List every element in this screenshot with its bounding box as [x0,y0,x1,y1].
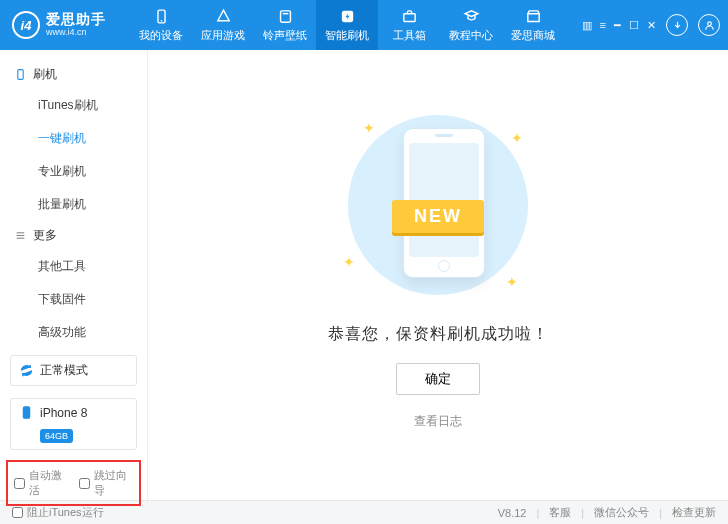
footer-update[interactable]: 检查更新 [672,505,716,520]
account-button[interactable] [698,14,720,36]
nav-smart-flash[interactable]: 智能刷机 [316,0,378,50]
device-mode-box[interactable]: 正常模式 [10,355,137,386]
flash-icon [339,8,356,25]
sidebar-item-oneclick-flash[interactable]: 一键刷机 [0,122,147,155]
device-info-box[interactable]: iPhone 8 64GB [10,398,137,450]
nav-shop[interactable]: 爱思商城 [502,0,564,50]
svg-point-6 [707,21,711,25]
block-itunes-checkbox[interactable]: 阻止iTunes运行 [12,505,104,520]
ok-button[interactable]: 确定 [396,363,480,395]
sidebar-item-other-tools[interactable]: 其他工具 [0,250,147,283]
nav-my-devices[interactable]: 我的设备 [130,0,192,50]
close-icon[interactable]: ✕ [647,19,656,32]
auto-activate-input[interactable] [14,478,25,489]
bottom-options-highlighted: 自动激活 跳过向导 [6,460,141,506]
list-icon [14,229,27,242]
block-itunes-input[interactable] [12,507,23,518]
window-controls: ▥ ≡ ━ ☐ ✕ [582,19,656,32]
footer-wechat[interactable]: 微信公众号 [594,505,649,520]
svg-rect-7 [18,70,23,80]
main-content: ✦ ✦ ✦ ✦ NEW 恭喜您，保资料刷机成功啦！ 确定 查看日志 [148,50,728,500]
sidebar-item-batch-flash[interactable]: 批量刷机 [0,188,147,221]
theme-icon[interactable]: ▥ [582,19,592,32]
tutorial-icon [463,8,480,25]
header-right: ▥ ≡ ━ ☐ ✕ [582,14,720,36]
nav-rings-wallpapers[interactable]: 铃声壁纸 [254,0,316,50]
note-icon [277,8,294,25]
device-name: iPhone 8 [40,406,87,420]
skip-wizard-checkbox[interactable]: 跳过向导 [79,468,134,498]
auto-activate-checkbox[interactable]: 自动激活 [14,468,69,498]
menu-icon[interactable]: ≡ [600,19,606,32]
new-ribbon: NEW [392,200,484,233]
brand-name: 爱思助手 [46,12,106,27]
view-log-link[interactable]: 查看日志 [414,413,462,430]
download-button[interactable] [666,14,688,36]
minimize-icon[interactable]: ━ [614,19,621,32]
capacity-badge: 64GB [40,429,73,443]
sidebar-item-itunes-flash[interactable]: iTunes刷机 [0,89,147,122]
skip-wizard-input[interactable] [79,478,90,489]
apps-icon [215,8,232,25]
site-url: www.i4.cn [46,28,106,38]
maximize-icon[interactable]: ☐ [629,19,639,32]
nav-tutorial[interactable]: 教程中心 [440,0,502,50]
sidebar-group-more: 更多 [0,221,147,250]
sidebar-item-download-firmware[interactable]: 下载固件 [0,283,147,316]
download-icon [672,20,683,31]
sidebar-item-advanced[interactable]: 高级功能 [0,316,147,349]
nav-apps-games[interactable]: 应用游戏 [192,0,254,50]
logo-icon: i4 [12,11,40,39]
header-bar: i4 爱思助手 www.i4.cn 我的设备 应用游戏 铃声壁纸 智能刷机 工具… [0,0,728,50]
sidebar-group-flash: 刷机 [0,60,147,89]
refresh-icon [19,363,34,378]
sidebar-item-pro-flash[interactable]: 专业刷机 [0,155,147,188]
iphone-icon [19,405,34,420]
success-message: 恭喜您，保资料刷机成功啦！ [328,324,549,345]
app-logo: i4 爱思助手 www.i4.cn [12,11,130,39]
phone-outline-icon [14,68,27,81]
svg-rect-5 [403,13,414,21]
svg-rect-2 [280,10,290,21]
success-illustration: ✦ ✦ ✦ ✦ NEW [333,110,543,300]
top-nav: 我的设备 应用游戏 铃声壁纸 智能刷机 工具箱 教程中心 爱思商城 [130,0,564,50]
phone-icon [153,8,170,25]
footer-support[interactable]: 客服 [549,505,571,520]
user-icon [704,20,715,31]
nav-toolbox[interactable]: 工具箱 [378,0,440,50]
sidebar: 刷机 iTunes刷机 一键刷机 专业刷机 批量刷机 更多 其他工具 下载固件 … [0,50,148,500]
toolbox-icon [401,8,418,25]
shop-icon [525,8,542,25]
device-mode-label: 正常模式 [40,362,88,379]
version-label: V8.12 [498,507,527,519]
